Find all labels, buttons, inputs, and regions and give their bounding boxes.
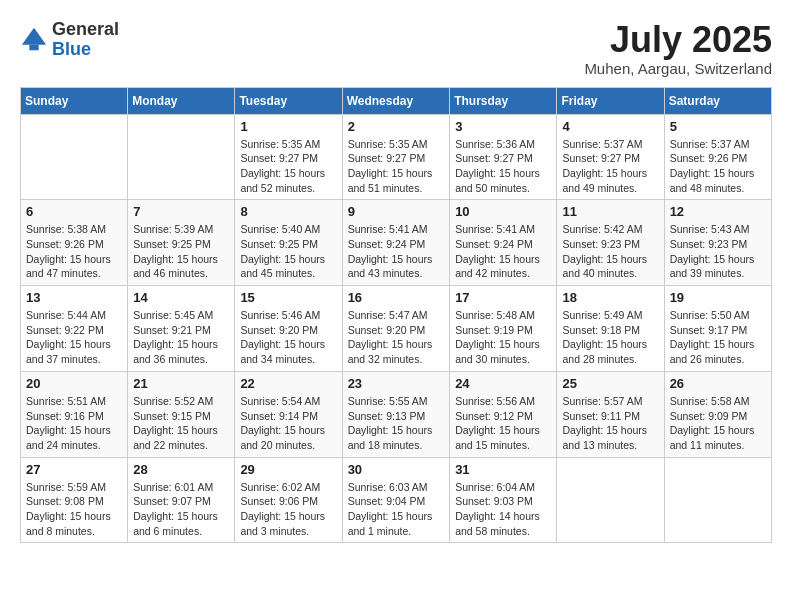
page-header: General Blue July 2025 Muhen, Aargau, Sw… [20, 20, 772, 77]
calendar-cell: 30Sunrise: 6:03 AM Sunset: 9:04 PM Dayli… [342, 457, 450, 543]
calendar-cell: 21Sunrise: 5:52 AM Sunset: 9:15 PM Dayli… [128, 371, 235, 457]
calendar-cell: 31Sunrise: 6:04 AM Sunset: 9:03 PM Dayli… [450, 457, 557, 543]
week-row-5: 27Sunrise: 5:59 AM Sunset: 9:08 PM Dayli… [21, 457, 772, 543]
day-info: Sunrise: 5:56 AM Sunset: 9:12 PM Dayligh… [455, 394, 551, 453]
logo-icon [20, 26, 48, 54]
day-info: Sunrise: 5:47 AM Sunset: 9:20 PM Dayligh… [348, 308, 445, 367]
calendar-cell: 23Sunrise: 5:55 AM Sunset: 9:13 PM Dayli… [342, 371, 450, 457]
day-number: 29 [240, 462, 336, 477]
calendar-cell: 3Sunrise: 5:36 AM Sunset: 9:27 PM Daylig… [450, 114, 557, 200]
day-number: 16 [348, 290, 445, 305]
calendar-cell: 26Sunrise: 5:58 AM Sunset: 9:09 PM Dayli… [664, 371, 771, 457]
calendar-cell: 8Sunrise: 5:40 AM Sunset: 9:25 PM Daylig… [235, 200, 342, 286]
calendar-cell [21, 114, 128, 200]
day-number: 7 [133, 204, 229, 219]
day-info: Sunrise: 5:40 AM Sunset: 9:25 PM Dayligh… [240, 222, 336, 281]
day-info: Sunrise: 5:50 AM Sunset: 9:17 PM Dayligh… [670, 308, 766, 367]
day-number: 11 [562, 204, 658, 219]
weekday-header-wednesday: Wednesday [342, 87, 450, 114]
calendar-cell: 28Sunrise: 6:01 AM Sunset: 9:07 PM Dayli… [128, 457, 235, 543]
day-number: 24 [455, 376, 551, 391]
day-info: Sunrise: 5:39 AM Sunset: 9:25 PM Dayligh… [133, 222, 229, 281]
calendar-cell: 29Sunrise: 6:02 AM Sunset: 9:06 PM Dayli… [235, 457, 342, 543]
day-info: Sunrise: 5:43 AM Sunset: 9:23 PM Dayligh… [670, 222, 766, 281]
calendar-cell: 12Sunrise: 5:43 AM Sunset: 9:23 PM Dayli… [664, 200, 771, 286]
calendar-cell: 11Sunrise: 5:42 AM Sunset: 9:23 PM Dayli… [557, 200, 664, 286]
day-info: Sunrise: 5:38 AM Sunset: 9:26 PM Dayligh… [26, 222, 122, 281]
day-number: 19 [670, 290, 766, 305]
calendar-cell: 20Sunrise: 5:51 AM Sunset: 9:16 PM Dayli… [21, 371, 128, 457]
calendar-cell: 22Sunrise: 5:54 AM Sunset: 9:14 PM Dayli… [235, 371, 342, 457]
day-info: Sunrise: 5:46 AM Sunset: 9:20 PM Dayligh… [240, 308, 336, 367]
day-info: Sunrise: 5:37 AM Sunset: 9:26 PM Dayligh… [670, 137, 766, 196]
day-number: 25 [562, 376, 658, 391]
weekday-header-monday: Monday [128, 87, 235, 114]
day-info: Sunrise: 5:57 AM Sunset: 9:11 PM Dayligh… [562, 394, 658, 453]
day-info: Sunrise: 5:35 AM Sunset: 9:27 PM Dayligh… [240, 137, 336, 196]
calendar-cell: 9Sunrise: 5:41 AM Sunset: 9:24 PM Daylig… [342, 200, 450, 286]
day-info: Sunrise: 5:41 AM Sunset: 9:24 PM Dayligh… [348, 222, 445, 281]
day-number: 1 [240, 119, 336, 134]
day-number: 14 [133, 290, 229, 305]
calendar-cell: 17Sunrise: 5:48 AM Sunset: 9:19 PM Dayli… [450, 286, 557, 372]
logo-text: General Blue [52, 20, 119, 60]
day-info: Sunrise: 5:58 AM Sunset: 9:09 PM Dayligh… [670, 394, 766, 453]
calendar-cell: 27Sunrise: 5:59 AM Sunset: 9:08 PM Dayli… [21, 457, 128, 543]
title-block: July 2025 Muhen, Aargau, Switzerland [584, 20, 772, 77]
day-info: Sunrise: 6:04 AM Sunset: 9:03 PM Dayligh… [455, 480, 551, 539]
day-number: 21 [133, 376, 229, 391]
day-number: 17 [455, 290, 551, 305]
day-number: 2 [348, 119, 445, 134]
day-info: Sunrise: 5:45 AM Sunset: 9:21 PM Dayligh… [133, 308, 229, 367]
week-row-2: 6Sunrise: 5:38 AM Sunset: 9:26 PM Daylig… [21, 200, 772, 286]
week-row-1: 1Sunrise: 5:35 AM Sunset: 9:27 PM Daylig… [21, 114, 772, 200]
calendar-cell [557, 457, 664, 543]
day-info: Sunrise: 5:48 AM Sunset: 9:19 PM Dayligh… [455, 308, 551, 367]
calendar-cell: 15Sunrise: 5:46 AM Sunset: 9:20 PM Dayli… [235, 286, 342, 372]
day-info: Sunrise: 5:44 AM Sunset: 9:22 PM Dayligh… [26, 308, 122, 367]
day-number: 15 [240, 290, 336, 305]
calendar-cell: 5Sunrise: 5:37 AM Sunset: 9:26 PM Daylig… [664, 114, 771, 200]
calendar-cell: 4Sunrise: 5:37 AM Sunset: 9:27 PM Daylig… [557, 114, 664, 200]
weekday-header-row: SundayMondayTuesdayWednesdayThursdayFrid… [21, 87, 772, 114]
day-info: Sunrise: 6:03 AM Sunset: 9:04 PM Dayligh… [348, 480, 445, 539]
day-info: Sunrise: 6:02 AM Sunset: 9:06 PM Dayligh… [240, 480, 336, 539]
day-number: 30 [348, 462, 445, 477]
day-info: Sunrise: 5:51 AM Sunset: 9:16 PM Dayligh… [26, 394, 122, 453]
day-info: Sunrise: 5:41 AM Sunset: 9:24 PM Dayligh… [455, 222, 551, 281]
day-info: Sunrise: 5:54 AM Sunset: 9:14 PM Dayligh… [240, 394, 336, 453]
calendar-cell: 25Sunrise: 5:57 AM Sunset: 9:11 PM Dayli… [557, 371, 664, 457]
day-number: 9 [348, 204, 445, 219]
day-info: Sunrise: 6:01 AM Sunset: 9:07 PM Dayligh… [133, 480, 229, 539]
day-info: Sunrise: 5:35 AM Sunset: 9:27 PM Dayligh… [348, 137, 445, 196]
weekday-header-tuesday: Tuesday [235, 87, 342, 114]
calendar-cell: 24Sunrise: 5:56 AM Sunset: 9:12 PM Dayli… [450, 371, 557, 457]
day-number: 10 [455, 204, 551, 219]
day-number: 28 [133, 462, 229, 477]
day-info: Sunrise: 5:36 AM Sunset: 9:27 PM Dayligh… [455, 137, 551, 196]
weekday-header-sunday: Sunday [21, 87, 128, 114]
day-info: Sunrise: 5:52 AM Sunset: 9:15 PM Dayligh… [133, 394, 229, 453]
week-row-3: 13Sunrise: 5:44 AM Sunset: 9:22 PM Dayli… [21, 286, 772, 372]
location: Muhen, Aargau, Switzerland [584, 60, 772, 77]
day-number: 23 [348, 376, 445, 391]
logo: General Blue [20, 20, 119, 60]
calendar-cell [128, 114, 235, 200]
day-number: 6 [26, 204, 122, 219]
day-number: 3 [455, 119, 551, 134]
svg-marker-0 [22, 28, 46, 45]
calendar-cell: 18Sunrise: 5:49 AM Sunset: 9:18 PM Dayli… [557, 286, 664, 372]
weekday-header-thursday: Thursday [450, 87, 557, 114]
calendar-cell: 7Sunrise: 5:39 AM Sunset: 9:25 PM Daylig… [128, 200, 235, 286]
day-number: 31 [455, 462, 551, 477]
day-number: 27 [26, 462, 122, 477]
day-number: 26 [670, 376, 766, 391]
day-info: Sunrise: 5:42 AM Sunset: 9:23 PM Dayligh… [562, 222, 658, 281]
day-info: Sunrise: 5:49 AM Sunset: 9:18 PM Dayligh… [562, 308, 658, 367]
weekday-header-saturday: Saturday [664, 87, 771, 114]
day-info: Sunrise: 5:37 AM Sunset: 9:27 PM Dayligh… [562, 137, 658, 196]
day-info: Sunrise: 5:55 AM Sunset: 9:13 PM Dayligh… [348, 394, 445, 453]
calendar-cell: 16Sunrise: 5:47 AM Sunset: 9:20 PM Dayli… [342, 286, 450, 372]
day-number: 12 [670, 204, 766, 219]
day-number: 13 [26, 290, 122, 305]
